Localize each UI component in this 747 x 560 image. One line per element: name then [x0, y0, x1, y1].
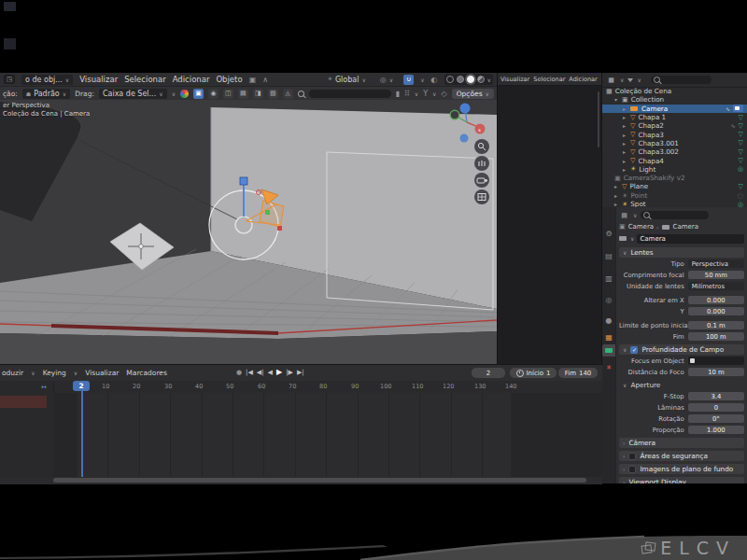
menu-select[interactable]: Selecionar — [124, 75, 166, 84]
menu-keying[interactable]: Keying — [43, 369, 66, 377]
tab-scene-icon[interactable]: ● — [602, 315, 615, 327]
outliner-row-collection[interactable]: ▾ ▣ Collection — [602, 95, 747, 104]
shift-y-field[interactable]: 0.000 — [688, 307, 744, 315]
play-button[interactable]: ▶ — [276, 368, 282, 376]
toggle-gizmo-icon[interactable]: ◨ — [253, 89, 263, 99]
node-editor-scrollbar[interactable] — [598, 91, 599, 147]
viewport-search-input[interactable] — [309, 90, 391, 98]
ratio-field[interactable]: 1.000 — [688, 426, 744, 434]
collection-visibility-icon[interactable]: ⠿ — [404, 90, 410, 98]
record-button[interactable]: ● — [236, 369, 242, 376]
node-menu-select[interactable]: Selecionar — [533, 76, 565, 83]
toggle-xray-icon[interactable]: ▣ — [193, 89, 204, 99]
outliner-row-chapa3[interactable]: ▸ ▽ Chapa3 ▽ — [602, 130, 747, 138]
outliner-row-chapa1[interactable]: ▸ ▽ Chapa 1 ▽ — [602, 113, 747, 121]
lens-type-dropdown[interactable]: Perspectiva — [688, 259, 744, 268]
menu-add[interactable]: Adicionar — [173, 75, 210, 84]
safe-areas-checkbox[interactable] — [628, 453, 636, 460]
playhead[interactable] — [81, 381, 83, 477]
focus-object-field[interactable] — [688, 357, 744, 365]
mode-dropdown[interactable]: o de obj...∨ — [21, 75, 73, 85]
toggle-globe-icon[interactable]: ◉ — [208, 89, 218, 99]
shift-x-field[interactable]: 0.000 — [688, 296, 744, 304]
editor-type-icon[interactable]: ◳ — [4, 75, 15, 84]
fstop-field[interactable]: 3.4 — [688, 392, 744, 400]
active-camera-icon[interactable] — [733, 105, 743, 112]
panel-lens-header[interactable]: ∨Lentes — [619, 247, 744, 258]
tab-tool-icon[interactable]: ⚙ — [602, 228, 615, 240]
overlay-toggle-icon[interactable]: ∧ — [262, 76, 268, 84]
tab-camera-data-icon[interactable] — [602, 344, 615, 357]
pivot-dropdown[interactable]: ◎∨ — [376, 75, 397, 85]
tab-output-icon[interactable]: ▥ — [602, 273, 615, 285]
shading-material[interactable] — [467, 76, 474, 83]
clip-start-field[interactable]: 0.1 m — [688, 321, 744, 329]
outliner-row-chapa2[interactable]: ▸ ▽ Chapa2 ∿ ▽ — [602, 121, 747, 130]
datablock-name-field[interactable]: Camera — [637, 234, 744, 244]
outliner-row-camera[interactable]: ▸ Camera ∿ — [602, 105, 747, 113]
preset-dropdown[interactable]: ☗ Padrão∨ — [22, 89, 70, 99]
focus-distance-field[interactable]: 10 m — [688, 368, 744, 376]
outliner-row-camerashakify[interactable]: ▣ CameraShakify v2 — [602, 174, 747, 182]
outliner-row-spot[interactable]: ▸ ☀ Spot ◎ — [602, 200, 747, 207]
proportional-edit-icon[interactable]: ◐ — [431, 76, 438, 84]
toggle-overlay-icon[interactable]: ▤ — [238, 89, 248, 99]
filter-icon[interactable]: Y — [423, 90, 428, 98]
shading-rendered[interactable] — [477, 76, 485, 83]
panel-safe-areas-header[interactable]: › Áreas de segurança — [619, 451, 744, 461]
panel-aperture-header[interactable]: ∨Aperture — [619, 380, 744, 390]
jump-start-button[interactable]: |◀ — [246, 369, 253, 376]
constraint-icon[interactable]: ∿ — [731, 122, 736, 129]
toggle-shading-icon[interactable]: ◫ — [223, 89, 233, 99]
toggle-cage-icon[interactable]: ◬ — [283, 89, 293, 99]
prev-keyframe-button[interactable]: ◀| — [257, 369, 264, 376]
outliner-row-chapa4[interactable]: ▸ ▽ Chapa4 ▽ — [602, 156, 747, 164]
timeline-tracks[interactable] — [53, 393, 602, 477]
rotation-field[interactable]: 0° — [688, 414, 744, 423]
next-keyframe-button[interactable]: |▶ — [286, 369, 293, 376]
tab-physics-icon[interactable]: ∗ — [602, 361, 615, 373]
playhead-frame-badge[interactable]: 2 — [73, 381, 90, 391]
menu-object[interactable]: Objeto — [216, 75, 242, 84]
panel-viewport-display-header[interactable]: ›Viewport Display — [619, 477, 744, 483]
shading-solid[interactable] — [457, 76, 464, 83]
properties-nav-icon[interactable]: ▤ — [619, 210, 629, 220]
frame-start-field[interactable]: Início 1 — [510, 368, 557, 378]
color-wheel-icon[interactable] — [180, 90, 189, 98]
gizmo-icon[interactable]: ▣ — [249, 76, 257, 84]
panel-dof-header[interactable]: ∨✓ Profundidade de Campo — [619, 344, 744, 355]
frame-end-field[interactable]: Fim 140 — [558, 368, 598, 378]
drag-dropdown[interactable]: Caixa de Sel...∨ — [99, 89, 167, 99]
tab-object-icon[interactable]: ▦ — [602, 331, 615, 343]
focal-length-field[interactable]: 50 mm — [688, 271, 744, 279]
constraint-icon[interactable]: ∿ — [726, 105, 730, 112]
outliner-row-plane[interactable]: ▸ ▽ Plane ▽ — [602, 182, 747, 190]
options-button[interactable]: Opções∨ — [452, 89, 494, 99]
outliner-row-scene-collection[interactable]: ▦ Coleção de Cena — [602, 87, 747, 95]
node-menu-add[interactable]: Adicionar — [569, 76, 597, 83]
timeline-ruler[interactable]: 10 20 30 40 50 60 70 80 90 100 110 120 1… — [53, 381, 602, 394]
annotate-icon[interactable]: ▮ — [396, 90, 400, 98]
outliner-search-input[interactable] — [651, 76, 712, 84]
tab-world-icon[interactable]: ◎ — [602, 294, 615, 306]
tab-render-icon[interactable]: ▤ — [602, 250, 615, 262]
viewport-scene[interactable]: x — [0, 100, 497, 364]
menu-view[interactable]: Visualizar — [79, 75, 118, 84]
selected-channel-row[interactable] — [0, 396, 47, 408]
panel-camera-header[interactable]: ›Câmera — [619, 438, 744, 448]
shield-icon[interactable]: ◇ — [442, 90, 447, 98]
filter-funnel-icon[interactable] — [627, 78, 633, 82]
snap-magnet-icon[interactable]: ∪ — [403, 75, 414, 85]
current-frame-field[interactable]: 2 — [472, 368, 505, 378]
clip-end-field[interactable]: 100 m — [688, 332, 744, 341]
outliner-row-chapa3-002[interactable]: ▸ ▽ Chapa3.002 ▽ — [602, 147, 747, 156]
lens-unit-dropdown[interactable]: Milímetros — [688, 282, 744, 290]
blades-field[interactable]: 0 — [688, 403, 744, 412]
outliner-display-mode-icon[interactable]: ▦ — [606, 75, 616, 85]
outliner-row-light[interactable]: ▸ ☀ Light ◎ — [602, 165, 747, 174]
node-menu-view[interactable]: Visualizar — [500, 76, 529, 83]
toggle-grid-icon[interactable]: ▧ — [268, 89, 278, 99]
background-images-checkbox[interactable] — [628, 466, 636, 473]
panel-background-images-header[interactable]: › Imagens de plano de fundo — [619, 464, 744, 474]
properties-search-input[interactable] — [641, 211, 709, 219]
